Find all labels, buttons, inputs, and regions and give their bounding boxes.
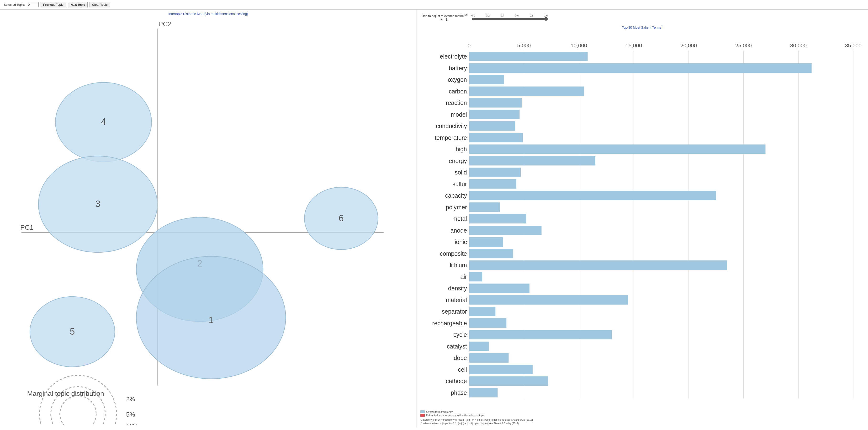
intertopic-map-svg: PC2 PC1 4 3 5 2 1 6 [4, 17, 412, 425]
term-label: material [446, 297, 467, 303]
topic-label-5: 5 [70, 326, 75, 337]
term-label: electrolyte [440, 53, 467, 60]
overall-bar [469, 214, 526, 223]
term-label: cathode [446, 378, 467, 384]
x-axis-label: 30,000 [790, 42, 807, 49]
overall-bar [469, 353, 509, 363]
x-axis-label: 0 [468, 42, 471, 49]
overall-bar [469, 237, 503, 247]
left-panel: Intertopic Distance Map (via multidimens… [0, 9, 416, 428]
term-label: battery [449, 65, 467, 71]
next-topic-button[interactable]: Next Topic [68, 2, 87, 7]
topic-label-4: 4 [101, 117, 106, 127]
x-axis-label: 5,000 [517, 42, 531, 49]
map-title: Intertopic Distance Map (via multidimens… [4, 12, 412, 16]
x-axis-label: 35,000 [845, 42, 862, 49]
marginal-pct-10: 10% [126, 422, 138, 425]
x-axis-label: 20,000 [680, 42, 697, 49]
overall-bar [469, 272, 482, 281]
term-label: metal [453, 216, 467, 222]
marginal-pct-5: 5% [126, 411, 135, 418]
footnote-1: 1. saliency(term w) = frequency(w) * [su… [421, 418, 864, 422]
term-label: composite [440, 250, 467, 257]
slider-container: 0.0 0.2 0.4 0.6 0.8 1.0 [471, 14, 548, 21]
slider-area: Slide to adjust relevance metric:(2) λ =… [421, 12, 864, 23]
legend-overall-box [421, 410, 425, 413]
top-controls: Selected Topic: Previous Topic Next Topi… [0, 0, 868, 9]
overall-bar [469, 342, 489, 351]
legend-estimated-label: Estimated term frequency within the sele… [426, 414, 485, 417]
overall-bar [469, 284, 529, 293]
marginal-pct-2: 2% [126, 396, 135, 403]
term-label: capacity [445, 192, 467, 199]
overall-bar [469, 87, 584, 96]
pc2-label: PC2 [158, 20, 172, 28]
topic-label-3: 3 [95, 199, 100, 209]
overall-bar [469, 168, 521, 177]
chart-title: Top-30 Most Salient Terms1 [421, 25, 864, 29]
legend-overall: Overall term frequency [421, 410, 864, 413]
overall-bar [469, 330, 612, 339]
overall-bar [469, 307, 495, 316]
legend-overall-label: Overall term frequency [426, 410, 453, 413]
term-label: catalyst [447, 343, 467, 350]
term-label: polymer [446, 204, 467, 210]
legend-area: Overall term frequency Estimated term fr… [421, 410, 864, 417]
overall-bar [469, 318, 506, 328]
overall-bar [469, 295, 628, 305]
overall-bar [469, 133, 523, 142]
overall-bar [469, 98, 522, 107]
slider-ticks: 0.0 0.2 0.4 0.6 0.8 1.0 [471, 14, 548, 17]
clear-topic-button[interactable]: Clear Topic [90, 2, 110, 7]
slider-superscript: (2) [465, 13, 468, 16]
overall-bar [469, 156, 595, 165]
selected-topic-label: Selected Topic: [4, 3, 25, 6]
term-label: anode [451, 227, 467, 234]
bar-chart-area: 05,00010,00015,00020,00025,00030,00035,0… [421, 30, 864, 409]
term-label: conductivity [436, 123, 467, 129]
topic-input[interactable] [27, 2, 39, 7]
term-label: reaction [446, 99, 467, 106]
term-label: model [451, 111, 467, 118]
overall-bar [469, 63, 812, 73]
overall-bar [469, 376, 548, 386]
legend-estimated-box [421, 414, 425, 417]
slider-label-text: Slide to adjust relevance metric: [421, 14, 464, 18]
term-label: cycle [453, 331, 467, 338]
main-layout: Intertopic Distance Map (via multidimens… [0, 9, 868, 428]
x-axis-label: 15,000 [625, 42, 642, 49]
overall-bar [469, 110, 520, 119]
term-label: ionic [455, 238, 467, 245]
pc1-label: PC1 [20, 224, 33, 231]
topic-label-1: 1 [208, 315, 213, 325]
overall-bar [469, 121, 515, 131]
overall-bar [469, 52, 588, 61]
map-container: PC2 PC1 4 3 5 2 1 6 [4, 17, 412, 425]
term-label: oxygen [448, 76, 467, 83]
legend-estimated: Estimated term frequency within the sele… [421, 414, 864, 417]
prev-topic-button[interactable]: Previous Topic [40, 2, 66, 7]
lambda-value: λ = 1 [421, 18, 468, 21]
term-label: rechargeable [432, 320, 467, 326]
footnotes: 1. saliency(term w) = frequency(w) * [su… [421, 418, 864, 425]
term-label: density [448, 285, 467, 292]
term-label: energy [449, 157, 467, 164]
marginal-circle-2pct [60, 396, 96, 425]
overall-bar [469, 202, 500, 212]
term-label: high [456, 146, 467, 152]
term-label: separator [442, 308, 467, 315]
term-label: air [461, 274, 467, 280]
term-label: cell [458, 366, 467, 373]
relevance-slider[interactable] [471, 17, 548, 21]
overall-bar [469, 226, 541, 235]
term-label: lithium [450, 262, 467, 268]
overall-bar [469, 191, 716, 200]
slider-label-group: Slide to adjust relevance metric:(2) λ =… [421, 13, 468, 21]
term-label: sulfur [453, 181, 467, 188]
term-label: solid [455, 169, 467, 176]
overall-bar [469, 144, 766, 154]
overall-bar [469, 388, 498, 397]
term-label: temperature [435, 134, 467, 141]
overall-bar [469, 260, 727, 269]
overall-bar [469, 75, 504, 84]
